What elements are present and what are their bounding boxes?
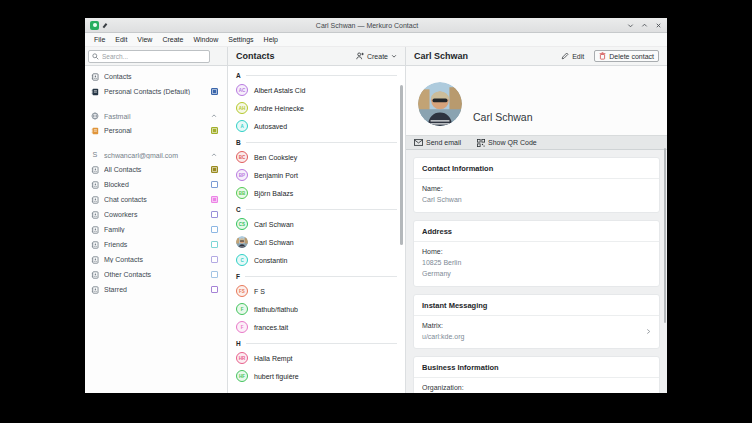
contact-detail-panel: Carl Schwan Send email Show QR Code [405,66,667,393]
collapse-chevron-icon[interactable] [211,152,217,158]
contact-name: Carl Schwan [254,221,294,228]
group-letter-C: C [228,202,405,215]
sidebar-item-starred[interactable]: Starred [85,282,227,297]
sidebar-item-other-contacts[interactable]: Other Contacts [85,267,227,282]
sidebar-item-personal-contacts-default[interactable]: Personal Contacts (Default) [85,84,227,99]
menu-settings[interactable]: Settings [223,36,258,43]
google-icon: S [91,151,99,159]
group-rule [246,209,397,210]
globe-icon [91,112,99,120]
sidebar-item-chat-contacts[interactable]: Chat contacts [85,192,227,207]
group-letter-label: C [236,206,241,213]
contact-row[interactable]: FSF S [228,282,405,300]
contact-row[interactable]: Fflathub/flathub [228,300,405,318]
sidebar-section-fastmail-account[interactable]: Fastmail [85,109,227,123]
address-book-icon [91,196,99,204]
menu-window[interactable]: Window [188,36,223,43]
menu-file[interactable]: File [89,36,110,43]
contact-row[interactable]: Ffrances.tait [228,318,405,336]
contacts-scrollbar[interactable] [400,85,403,245]
contact-name: Ben Cooksley [254,154,297,161]
contact-row[interactable]: BBBjörn Balazs [228,184,405,202]
contact-row[interactable]: CConstantin [228,251,405,269]
contacts-panel-title: Contacts [236,51,275,61]
contacts-panel-header: Contacts Create [227,47,405,65]
group-letter-label: B [236,139,241,146]
contact-name: Andre Heinecke [254,105,304,112]
checkbox-personal-contacts-default[interactable] [211,88,218,95]
contact-row[interactable]: BPBenjamin Port [228,166,405,184]
menu-create[interactable]: Create [157,36,188,43]
card-row[interactable]: Matrix:u/carl:kde.org [414,316,659,349]
contacts-list: AACAlbert Astals CidAHAndre HeineckeAAut… [227,66,405,393]
checkbox-friends[interactable] [211,241,218,248]
detail-panel-title: Carl Schwan [414,51,551,61]
sidebar-item-label: Family [104,226,206,233]
contact-row[interactable]: HRHalla Rempt [228,349,405,367]
checkbox-all-contacts[interactable] [211,166,218,173]
menu-edit[interactable]: Edit [110,36,132,43]
edit-button[interactable]: Edit [561,52,584,60]
close-button[interactable] [655,22,662,29]
book-filled-icon [91,127,99,135]
titlebar[interactable]: Carl Schwan — Merkuro Contact [85,18,667,33]
contact-row[interactable]: BCBen Cooksley [228,148,405,166]
detail-scrollbar[interactable] [664,148,666,323]
checkbox-fastmail-personal[interactable] [211,127,218,134]
sidebar-item-contacts-root[interactable]: Contacts [85,69,227,84]
delete-contact-button[interactable]: Delete contact [594,50,659,62]
contact-row[interactable]: Carl Schwan [228,233,405,251]
send-email-label: Send email [426,139,461,146]
menu-view[interactable]: View [132,36,157,43]
maximize-button[interactable] [641,22,648,29]
checkbox-starred[interactable] [211,286,218,293]
sidebar-section-gmail-account[interactable]: Sschwancarl@gmail.com [85,148,227,162]
minimize-button[interactable] [627,22,634,29]
send-email-button[interactable]: Send email [414,139,461,146]
group-letter-A: A [228,68,405,81]
sidebar-item-family[interactable]: Family [85,222,227,237]
menu-help[interactable]: Help [259,36,283,43]
checkbox-my-contacts[interactable] [211,256,218,263]
checkbox-family[interactable] [211,226,218,233]
card-row-label: Home: [422,248,651,255]
checkbox-chat-contacts[interactable] [211,196,218,203]
checkbox-coworkers[interactable] [211,211,218,218]
contact-avatar: CS [236,218,248,230]
sidebar-item-coworkers[interactable]: Coworkers [85,207,227,222]
search-input[interactable] [102,53,206,60]
sidebar-item-all-contacts[interactable]: All Contacts [85,162,227,177]
card-row-main: Name:Carl Schwan [422,185,651,206]
sidebar-item-my-contacts[interactable]: My Contacts [85,252,227,267]
contact-row[interactable]: AHAndre Heinecke [228,99,405,117]
contact-avatar: F [236,321,248,333]
show-qr-code-button[interactable]: Show QR Code [477,139,537,147]
search-icon [92,53,99,60]
group-letter-label: A [236,72,241,79]
contact-photo [418,82,462,126]
sidebar: ContactsPersonal Contacts (Default)Fastm… [85,66,227,393]
group-letter-label: H [236,340,241,347]
sidebar-section-label: schwancarl@gmail.com [104,152,206,159]
contact-name: Björn Balazs [254,190,293,197]
group-rule [246,343,397,344]
checkbox-blocked[interactable] [211,181,218,188]
sidebar-item-friends[interactable]: Friends [85,237,227,252]
trash-icon [599,52,606,60]
pin-icon [102,23,107,28]
checkbox-other-contacts[interactable] [211,271,218,278]
create-button[interactable]: Create [356,52,397,60]
contact-row[interactable]: ACAlbert Astals Cid [228,81,405,99]
contact-row[interactable]: HFhubert figuière [228,367,405,385]
detail-panel-header: Carl Schwan Edit Delete contact [405,47,667,65]
address-book-icon [91,211,99,219]
contact-name: Benjamin Port [254,172,298,179]
group-rule [245,276,397,277]
contact-row[interactable]: AAutosaved [228,117,405,135]
book-filled-icon [91,88,99,96]
delete-contact-label: Delete contact [609,53,654,60]
contact-row[interactable]: CSCarl Schwan [228,215,405,233]
sidebar-item-fastmail-personal[interactable]: Personal [85,123,227,138]
collapse-chevron-icon[interactable] [211,113,217,119]
sidebar-item-blocked[interactable]: Blocked [85,177,227,192]
